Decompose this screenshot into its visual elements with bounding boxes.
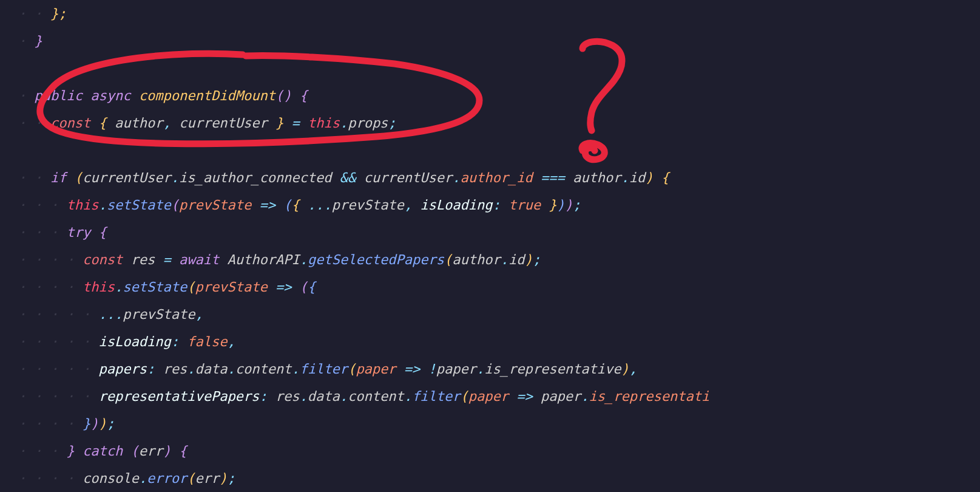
code-line[interactable]: · · · this.setState(prevState => ({ ...p… <box>18 191 980 219</box>
code-editor[interactable]: · · }; · } · public async componentDidMo… <box>0 0 980 492</box>
parameter: paper <box>356 355 396 383</box>
arrow: => <box>275 273 292 301</box>
property: id <box>509 246 525 273</box>
method-call: filter <box>412 383 460 410</box>
brace-open: { <box>98 219 106 246</box>
brace-close: }; <box>50 0 67 27</box>
variable: currentUser <box>179 109 268 137</box>
paren-close: ) <box>525 246 533 273</box>
semicolon: ; <box>533 246 541 273</box>
paren-open: ( <box>444 246 452 273</box>
paren-close: ) <box>90 410 98 437</box>
semicolon: ; <box>107 410 115 437</box>
property: is_author_connected <box>179 164 332 191</box>
equals: = <box>291 109 299 137</box>
property: representativePapers <box>98 383 259 410</box>
comma: , <box>629 355 637 383</box>
paren-open: ( <box>130 437 138 465</box>
brace-close: } <box>66 437 74 465</box>
variable: res <box>130 246 155 273</box>
code-line[interactable]: · · if (currentUser.is_author_connected … <box>18 164 980 191</box>
dot: . <box>340 383 348 410</box>
comma: , <box>227 328 235 355</box>
arrow: => <box>404 355 421 383</box>
dot: . <box>187 355 195 383</box>
code-line[interactable]: · · const { author, currentUser } = this… <box>18 109 980 137</box>
method-name: componentDidMount <box>139 82 275 109</box>
brace-open: { <box>179 437 187 465</box>
code-line[interactable]: · · }; <box>18 0 980 27</box>
dot: . <box>452 164 460 191</box>
arrow: => <box>259 191 275 219</box>
property: author_id <box>461 164 533 191</box>
keyword-public: public <box>35 82 83 109</box>
argument: author <box>452 246 500 273</box>
comma: , <box>404 191 412 219</box>
paren-open: ( <box>75 164 83 191</box>
variable: paper <box>541 383 581 410</box>
code-line[interactable]: · } <box>18 27 980 55</box>
dot: . <box>227 355 235 383</box>
object: console <box>83 465 139 492</box>
not-operator: ! <box>428 355 436 383</box>
brace-open: { <box>300 82 308 109</box>
method-call: setState <box>107 191 171 219</box>
code-line[interactable] <box>18 55 980 82</box>
keyword-catch: catch <box>83 437 123 465</box>
code-line[interactable]: · · · try { <box>18 219 980 246</box>
variable: prevState <box>332 191 404 219</box>
paren-close: ) <box>219 465 227 492</box>
method-call: setState <box>123 273 187 301</box>
property: data <box>308 383 340 410</box>
method-call: error <box>147 465 187 492</box>
brace-close: } <box>83 410 90 437</box>
dot: . <box>139 465 147 492</box>
comma: , <box>195 301 203 328</box>
code-line[interactable]: · · · · · papers: res.data.content.filte… <box>18 355 980 383</box>
boolean: true <box>509 191 541 219</box>
code-line[interactable]: · · · · · representativePapers: res.data… <box>18 383 980 410</box>
code-line[interactable]: · · · } catch (err) { <box>18 437 980 465</box>
equals: = <box>163 246 171 273</box>
variable: err <box>139 437 163 465</box>
code-line[interactable]: · · · · · ...prevState, <box>18 301 980 328</box>
keyword-if: if <box>50 164 67 191</box>
dot: . <box>98 191 106 219</box>
code-line[interactable]: · · · · console.error(err); <box>18 465 980 492</box>
dot: . <box>621 164 629 191</box>
keyword-this: this <box>308 109 340 137</box>
property: content <box>348 383 404 410</box>
property: content <box>235 355 292 383</box>
brace-open: { <box>291 191 299 219</box>
semicolon: ; <box>388 109 396 137</box>
code-line[interactable]: · · · · const res = await AuthorAPI.getS… <box>18 246 980 273</box>
code-line[interactable]: · · · · this.setState(prevState => ({ <box>18 273 980 301</box>
keyword-this: this <box>83 273 115 301</box>
keyword-const: const <box>50 109 90 137</box>
keyword-const: const <box>83 246 123 273</box>
paren-open: ( <box>187 465 195 492</box>
brace-open: { <box>308 273 316 301</box>
arrow: => <box>516 383 533 410</box>
comma: , <box>163 109 171 137</box>
variable: paper <box>436 355 476 383</box>
variable: currentUser <box>83 164 171 191</box>
code-line[interactable]: · · · · })); <box>18 410 980 437</box>
variable: author <box>573 164 621 191</box>
property: papers <box>98 355 146 383</box>
dot: . <box>404 383 412 410</box>
dot: . <box>291 355 299 383</box>
dot: . <box>115 273 123 301</box>
dot: . <box>501 246 509 273</box>
property: isLoading <box>98 328 171 355</box>
operator-and: && <box>340 164 356 191</box>
semicolon: ; <box>227 465 235 492</box>
code-line[interactable]: · · · · · isLoading: false, <box>18 328 980 355</box>
colon: : <box>147 355 155 383</box>
code-line[interactable] <box>18 137 980 164</box>
dot: . <box>300 246 308 273</box>
variable: currentUser <box>364 164 453 191</box>
variable: err <box>195 465 219 492</box>
code-line[interactable]: · public async componentDidMount() { <box>18 82 980 109</box>
property: data <box>195 355 227 383</box>
